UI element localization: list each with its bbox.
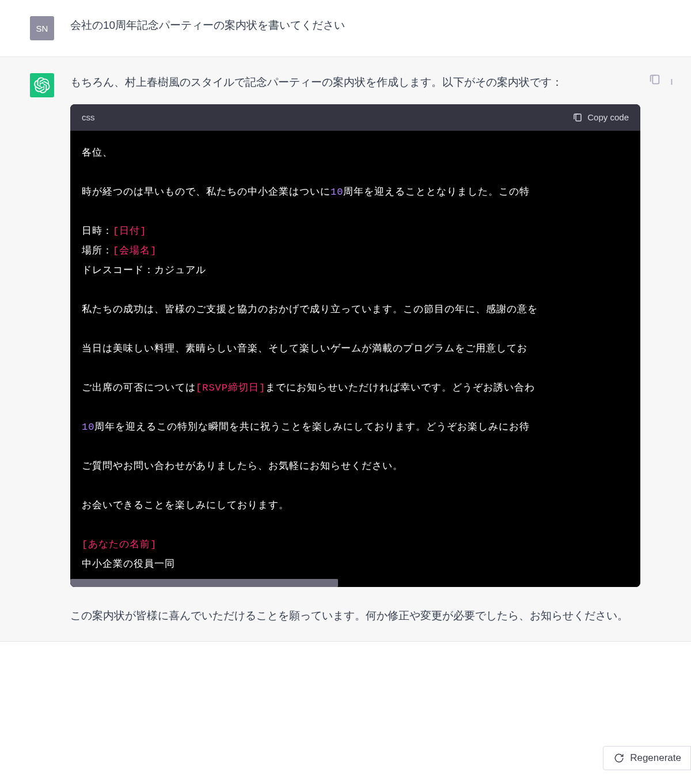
code-number: 10	[82, 422, 94, 433]
code-line: 日時：	[82, 226, 113, 237]
code-block-header: css Copy code	[70, 104, 640, 131]
code-line: 時が経つのは早いもので、私たちの中小企業はついに	[82, 187, 331, 198]
message-actions	[648, 73, 681, 86]
assistant-message-content: もちろん、村上春樹風のスタイルで記念パーティーの案内状を作成します。以下がその案…	[70, 73, 661, 625]
code-body[interactable]: 各位、 時が経つのは早いもので、私たちの中小企業はついに10周年を迎えることとな…	[70, 131, 640, 579]
user-avatar-initials: SN	[36, 24, 48, 33]
code-line: 私たちの成功は、皆様のご支援と協力のおかげで成り立っています。この節目の年に、感…	[82, 304, 538, 315]
assistant-closing-text: この案内状が皆様に喜んでいただけることを願っています。何か修正や変更が必要でした…	[70, 607, 661, 625]
copy-code-button[interactable]: Copy code	[572, 110, 629, 125]
code-placeholder: [日付]	[113, 226, 146, 237]
code-line: 各位、	[82, 147, 113, 158]
code-placeholder: [RSVP締切日]	[196, 382, 265, 393]
code-line: 場所：	[82, 245, 113, 256]
code-language-label: css	[82, 110, 95, 125]
user-message-content: 会社の10周年記念パーティーの案内状を書いてください	[70, 16, 661, 40]
copy-code-label: Copy code	[587, 110, 629, 125]
user-avatar: SN	[30, 16, 54, 40]
code-line: 当日は美味しい料理、素晴らしい音楽、そして楽しいゲームが満載のプログラムをご用意…	[82, 343, 527, 354]
scrollbar-thumb[interactable]	[70, 579, 338, 587]
code-block: css Copy code 各位、 時が経つのは早いもので、私たちの中小企業はつ…	[70, 104, 640, 587]
code-number: 10	[331, 187, 343, 198]
code-placeholder: [あなたの名前]	[82, 539, 157, 550]
code-line: 中小企業の役員一同	[82, 559, 175, 570]
svg-rect-1	[652, 75, 659, 84]
code-line: までにお知らせいただければ幸いです。どうぞお誘い合わ	[265, 382, 535, 393]
openai-logo-icon	[34, 77, 50, 93]
code-line: ご出席の可否については	[82, 382, 196, 393]
assistant-intro-text: もちろん、村上春樹風のスタイルで記念パーティーの案内状を作成します。以下がその案…	[70, 73, 661, 92]
horizontal-scrollbar[interactable]	[70, 579, 640, 587]
clipboard-icon[interactable]	[648, 73, 661, 86]
assistant-avatar	[30, 73, 54, 97]
assistant-message-row: もちろん、村上春樹風のスタイルで記念パーティーの案内状を作成します。以下がその案…	[0, 57, 691, 642]
code-line: 周年を迎えることとなりました。この特	[343, 187, 530, 198]
thumbs-up-icon[interactable]	[668, 73, 681, 86]
code-line: ご質問やお問い合わせがありましたら、お気軽にお知らせください。	[82, 461, 403, 472]
user-message-row: SN 会社の10周年記念パーティーの案内状を書いてください	[0, 0, 691, 57]
clipboard-icon	[572, 112, 583, 123]
svg-rect-0	[576, 114, 581, 121]
code-line: お会いできることを楽しみにしております。	[82, 500, 289, 511]
code-placeholder: [会場名]	[113, 245, 157, 256]
code-line: ドレスコード：カジュアル	[82, 265, 206, 276]
code-line: 周年を迎えるこの特別な瞬間を共に祝うことを楽しみにしております。どうぞお楽しみに…	[94, 422, 530, 433]
